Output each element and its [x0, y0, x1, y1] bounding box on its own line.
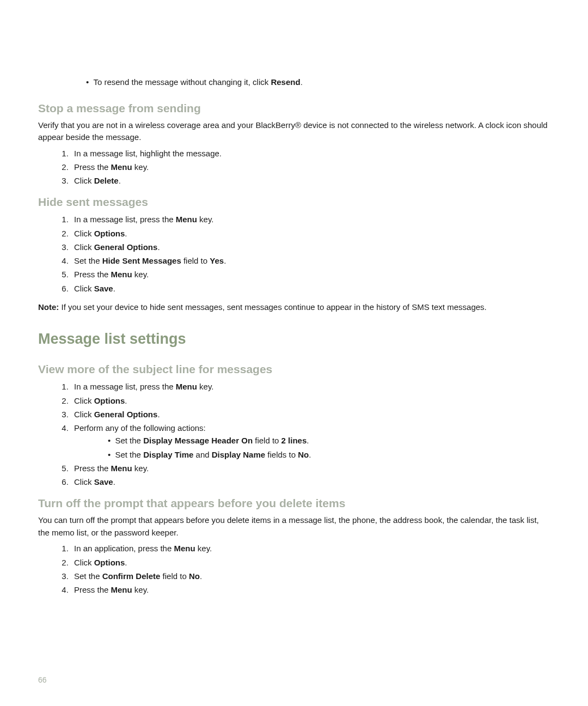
steps-hide: In a message list, press the Menu key. C… — [60, 213, 550, 295]
text: key. — [195, 544, 212, 553]
list-item: Click Options. — [71, 394, 550, 407]
text: In a message list, press the — [74, 382, 176, 391]
text: Press the — [74, 270, 111, 279]
bold-text: Save — [94, 477, 113, 486]
bold-text: No — [298, 450, 309, 459]
page-number: 66 — [38, 675, 47, 684]
list-item: Set the Confirm Delete field to No. — [71, 570, 550, 582]
text: Set the — [74, 256, 102, 265]
text: Click — [74, 477, 94, 486]
text: key. — [197, 382, 214, 391]
bold-text: Options — [94, 396, 125, 405]
bold-text: Options — [94, 229, 125, 238]
list-item: Perform any of the following actions: Se… — [71, 422, 550, 461]
text: Click — [74, 558, 94, 567]
list-item: Click General Options. — [71, 241, 550, 253]
bold-text: Hide Sent Messages — [102, 256, 181, 265]
list-item: Press the Menu key. — [71, 462, 550, 474]
text: . — [113, 477, 115, 486]
heading-view-subject: View more of the subject line for messag… — [38, 363, 550, 376]
intro-text: Verify that you are not in a wireless co… — [38, 119, 550, 144]
text: . — [307, 436, 309, 445]
heading-message-list-settings: Message list settings — [38, 331, 550, 348]
bold-text: Save — [94, 284, 113, 293]
bold-text: Yes — [210, 256, 224, 265]
bold-text: General Options — [94, 410, 158, 419]
bold-text: Menu — [174, 544, 195, 553]
heading-stop-sending: Stop a message from sending — [38, 102, 550, 115]
list-item: Press the Menu key. — [71, 583, 550, 596]
bold-text: Display Name — [212, 450, 265, 459]
bold-text: Menu — [176, 215, 197, 224]
text: In an application, press the — [74, 544, 174, 553]
list-item: In an application, press the Menu key. — [71, 542, 550, 555]
sub-bullets: Set the Display Message Header On field … — [105, 434, 550, 461]
text: field to — [181, 256, 210, 265]
note-text: If you set your device to hide sent mess… — [59, 302, 486, 312]
text: . — [125, 558, 127, 567]
bold-text: Delete — [94, 176, 119, 185]
bold-text: 2 lines — [281, 436, 307, 445]
list-item: In a message list, press the Menu key. — [71, 380, 550, 393]
text: field to — [253, 436, 281, 445]
bold-text: Display Time — [143, 450, 193, 459]
list-item: Click Options. — [71, 227, 550, 240]
list-item: In a message list, press the Menu key. — [71, 213, 550, 226]
list-item: Click General Options. — [71, 408, 550, 421]
bold-text: General Options — [94, 242, 158, 252]
steps-prompt: In an application, press the Menu key. C… — [60, 542, 550, 596]
steps-view: In a message list, press the Menu key. C… — [60, 380, 550, 488]
bold-text: Menu — [111, 464, 132, 473]
list-item: Set the Hide Sent Messages field to Yes. — [71, 254, 550, 267]
list-item: Click Options. — [71, 556, 550, 569]
text: Click — [74, 396, 94, 405]
bold-text: Menu — [111, 270, 132, 279]
text: key. — [132, 162, 149, 172]
text: In a message list, press the — [74, 215, 176, 224]
bold-text: Menu — [176, 382, 197, 391]
list-item: In a message list, highlight the message… — [71, 147, 550, 160]
heading-turn-off-prompt: Turn off the prompt that appears before … — [38, 497, 550, 510]
text: Perform any of the following actions: — [74, 423, 206, 433]
resend-bullet: To resend the message without changing i… — [86, 76, 550, 89]
heading-hide-sent: Hide sent messages — [38, 196, 550, 209]
text: Click — [74, 284, 94, 293]
text: . — [157, 242, 160, 252]
text: . — [157, 410, 160, 419]
list-item: Set the Display Time and Display Name fi… — [105, 448, 550, 461]
list-item: Press the Menu key. — [71, 161, 550, 173]
text: Set the — [115, 450, 143, 459]
text: . — [125, 396, 127, 405]
text: . — [200, 571, 202, 581]
text: Set the — [74, 571, 102, 581]
text: . — [113, 284, 115, 293]
text: Press the — [74, 464, 111, 473]
text: Click — [74, 176, 94, 185]
bold-text: Menu — [111, 162, 132, 172]
text: Click — [74, 229, 94, 238]
text: key. — [132, 270, 149, 279]
text: . — [309, 450, 311, 459]
text: key. — [132, 585, 149, 594]
text: . — [301, 77, 303, 87]
list-item: Press the Menu key. — [71, 268, 550, 281]
list-item: Click Save. — [71, 282, 550, 295]
text: fields to — [265, 450, 298, 459]
text: In a message list, highlight the message… — [74, 149, 222, 158]
bold-text: Options — [94, 558, 125, 567]
list-item: Click Save. — [71, 476, 550, 488]
text: Press the — [74, 162, 111, 172]
steps-stop: In a message list, highlight the message… — [60, 147, 550, 187]
bold-text: Resend — [271, 77, 300, 87]
text: field to — [160, 571, 189, 581]
text: and — [193, 450, 211, 459]
text: Click — [74, 410, 94, 419]
text: . — [125, 229, 127, 238]
intro-text: You can turn off the prompt that appears… — [38, 514, 550, 539]
bold-text: No — [189, 571, 200, 581]
text: Press the — [74, 585, 111, 594]
bold-text: Display Message Header On — [143, 436, 253, 445]
text: key. — [132, 464, 149, 473]
text: . — [224, 256, 226, 265]
text: . — [119, 176, 121, 185]
